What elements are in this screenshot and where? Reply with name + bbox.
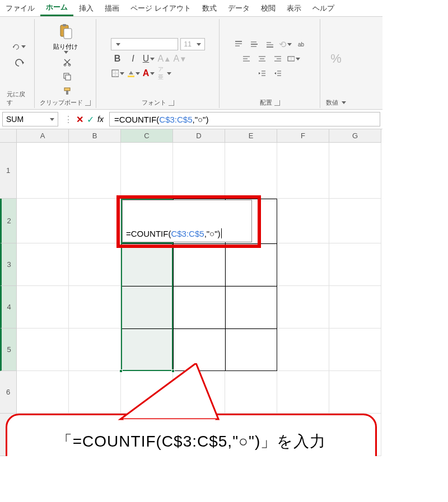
row-header[interactable]: 5 — [0, 329, 17, 371]
formula-enter-button[interactable]: ✓ — [87, 114, 94, 125]
underline-button[interactable]: U — [142, 53, 156, 65]
align-left-button[interactable] — [240, 53, 253, 65]
cut-button[interactable] — [60, 56, 74, 68]
increase-indent-button[interactable] — [271, 67, 284, 79]
wrap-text-button[interactable]: ab — [295, 38, 308, 50]
copy-button[interactable] — [60, 71, 74, 83]
align-top-button[interactable] — [232, 38, 245, 50]
col-header[interactable]: E — [225, 129, 277, 143]
ribbon: 元に戻す 貼り付け — [0, 17, 382, 109]
fill-color-button[interactable] — [127, 67, 140, 79]
font-group-label: フォント — [142, 98, 166, 107]
undo-group-label: 元に戻す — [7, 90, 31, 107]
increase-font-button[interactable]: A▲ — [158, 53, 171, 65]
percent-style-button[interactable]: % — [325, 48, 347, 70]
menu-draw[interactable]: 描画 — [99, 1, 125, 16]
name-box[interactable]: SUM — [2, 112, 58, 126]
merge-button[interactable] — [287, 53, 300, 65]
decrease-font-button[interactable]: A▼ — [174, 53, 187, 65]
bold-button[interactable]: B — [111, 53, 124, 65]
menu-review[interactable]: 校閲 — [255, 1, 281, 16]
row-header[interactable]: 2 — [0, 199, 17, 243]
annotation-callout: 「=COUNTIF(C$3:C$5,"○")」を入力 — [6, 414, 377, 456]
align-launcher[interactable] — [274, 100, 280, 106]
row-header[interactable]: 6 — [0, 371, 17, 414]
font-size-select[interactable]: 11 — [180, 38, 205, 50]
orientation-button[interactable]: ⟲ — [279, 38, 292, 50]
worksheet-grid[interactable]: A B C D E F G 1 2 3 4 5 6 7 =COUNTIF(C$3… — [0, 129, 382, 456]
paste-label: 貼り付け — [53, 43, 78, 51]
align-group-label: 配置 — [260, 98, 272, 107]
number-group-label: 数値 — [326, 98, 338, 107]
menu-data[interactable]: データ — [222, 1, 255, 16]
callout-pointer-icon — [118, 363, 230, 425]
menu-bar: ファイル ホーム 挿入 描画 ページ レイアウト 数式 データ 校閲 表示 ヘル… — [0, 0, 382, 17]
svg-marker-39 — [120, 363, 218, 419]
col-header[interactable]: A — [17, 129, 69, 143]
col-header[interactable]: D — [173, 129, 225, 143]
redo-button[interactable] — [12, 57, 26, 69]
svg-rect-1 — [63, 24, 66, 26]
decrease-indent-button[interactable] — [255, 67, 269, 79]
menu-page-layout[interactable]: ページ レイアウト — [125, 1, 197, 16]
phonetic-button[interactable]: ア亜 — [158, 67, 171, 79]
formula-bar-input[interactable]: =COUNTIF(C$3:C$5,"○") — [109, 112, 380, 126]
row-header[interactable]: 1 — [0, 143, 17, 199]
svg-rect-7 — [64, 88, 70, 91]
menu-file[interactable]: ファイル — [0, 1, 40, 16]
svg-rect-8 — [66, 91, 68, 95]
svg-rect-6 — [66, 75, 71, 80]
col-header[interactable]: B — [69, 129, 121, 143]
align-right-button[interactable] — [271, 53, 284, 65]
undo-button[interactable] — [12, 41, 26, 53]
col-header[interactable]: C — [121, 129, 173, 143]
font-name-select[interactable] — [111, 38, 178, 50]
border-button[interactable] — [111, 67, 124, 79]
clipboard-launcher[interactable] — [85, 100, 91, 106]
cell-edit-overlay[interactable]: =COUNTIF(C$3:C$5,"○") — [122, 200, 252, 242]
menu-formulas[interactable]: 数式 — [197, 1, 222, 16]
svg-marker-40 — [123, 419, 216, 424]
font-launcher[interactable] — [169, 100, 174, 106]
svg-rect-12 — [128, 76, 134, 77]
col-header[interactable]: G — [329, 129, 381, 143]
menu-view[interactable]: 表示 — [281, 1, 307, 16]
formula-cancel-button[interactable]: ✕ — [76, 114, 83, 125]
clipboard-group-label: クリップボード — [40, 98, 83, 107]
formula-bar-row: SUM ⋮ ✕ ✓ fx =COUNTIF(C$3:C$5,"○") — [0, 109, 382, 129]
row-header[interactable]: 3 — [0, 243, 17, 286]
menu-help[interactable]: ヘルプ — [307, 1, 340, 16]
menu-home[interactable]: ホーム — [40, 0, 73, 16]
italic-button[interactable]: I — [127, 53, 140, 65]
fx-button[interactable]: fx — [97, 115, 104, 124]
svg-rect-2 — [64, 29, 72, 39]
sep-icon: ⋮ — [64, 114, 73, 125]
menu-insert[interactable]: 挿入 — [73, 1, 99, 16]
align-center-button[interactable] — [255, 53, 269, 65]
col-header[interactable]: F — [277, 129, 329, 143]
format-painter-button[interactable] — [60, 85, 74, 97]
paste-button[interactable] — [54, 20, 77, 43]
font-color-button[interactable]: A — [142, 67, 156, 79]
align-bottom-button[interactable] — [263, 38, 277, 50]
row-header[interactable]: 4 — [0, 286, 17, 329]
select-all-corner[interactable] — [0, 129, 17, 143]
align-middle-button[interactable] — [248, 38, 261, 50]
